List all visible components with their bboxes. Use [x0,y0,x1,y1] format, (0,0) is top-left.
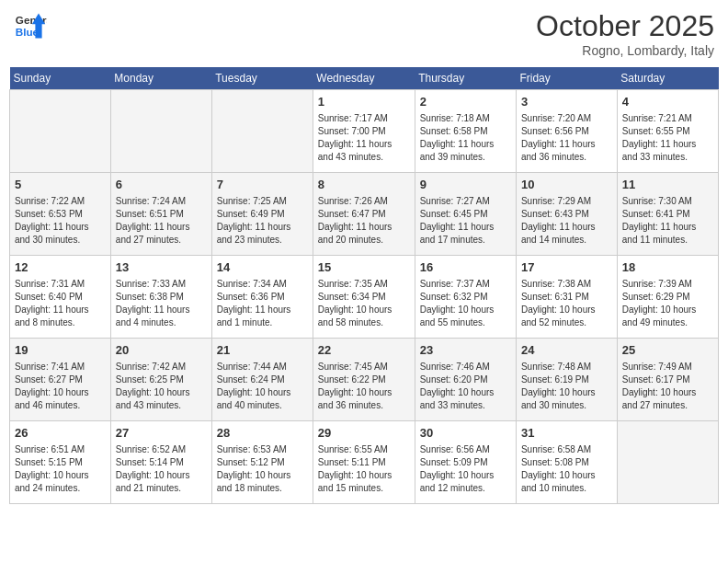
calendar-cell: 8Sunrise: 7:26 AMSunset: 6:47 PMDaylight… [313,173,415,256]
calendar-cell: 23Sunrise: 7:46 AMSunset: 6:20 PMDayligh… [415,339,516,421]
day-number: 28 [217,425,308,442]
logo-icon: General Blue [14,9,47,42]
weekday-header-row: SundayMondayTuesdayWednesdayThursdayFrid… [10,67,719,90]
day-info: Sunrise: 6:55 AMSunset: 5:11 PMDaylight:… [318,444,392,493]
day-info: Sunrise: 7:48 AMSunset: 6:19 PMDaylight:… [521,362,596,410]
week-row-5: 26Sunrise: 6:51 AMSunset: 5:15 PMDayligh… [10,421,719,504]
calendar-cell: 20Sunrise: 7:42 AMSunset: 6:25 PMDayligh… [110,339,211,421]
day-info: Sunrise: 7:25 AMSunset: 6:49 PMDaylight:… [217,196,291,245]
calendar-cell: 18Sunrise: 7:39 AMSunset: 6:29 PMDayligh… [617,256,718,339]
calendar-cell: 21Sunrise: 7:44 AMSunset: 6:24 PMDayligh… [211,339,313,421]
calendar-cell: 4Sunrise: 7:21 AMSunset: 6:55 PMDaylight… [617,90,718,173]
day-number: 23 [420,342,511,359]
day-info: Sunrise: 7:33 AMSunset: 6:38 PMDaylight:… [116,279,190,327]
day-info: Sunrise: 7:31 AMSunset: 6:40 PMDaylight:… [15,279,89,327]
week-row-3: 12Sunrise: 7:31 AMSunset: 6:40 PMDayligh… [10,256,719,339]
calendar-cell: 15Sunrise: 7:35 AMSunset: 6:34 PMDayligh… [313,256,415,339]
calendar-cell: 24Sunrise: 7:48 AMSunset: 6:19 PMDayligh… [516,339,617,421]
calendar-cell: 12Sunrise: 7:31 AMSunset: 6:40 PMDayligh… [10,256,111,339]
calendar-cell: 28Sunrise: 6:53 AMSunset: 5:12 PMDayligh… [211,421,313,504]
week-row-1: 1Sunrise: 7:17 AMSunset: 7:00 PMDaylight… [10,90,719,173]
calendar-cell: 6Sunrise: 7:24 AMSunset: 6:51 PMDaylight… [110,173,211,256]
day-number: 29 [318,425,410,442]
day-number: 27 [116,425,207,442]
day-number: 1 [318,94,410,110]
calendar-cell: 11Sunrise: 7:30 AMSunset: 6:41 PMDayligh… [617,173,718,256]
weekday-header-tuesday: Tuesday [211,67,313,90]
week-row-2: 5Sunrise: 7:22 AMSunset: 6:53 PMDaylight… [10,173,719,256]
day-number: 11 [622,177,713,193]
title-block: October 2025 Rogno, Lombardy, Italy [536,9,714,58]
weekday-header-monday: Monday [110,67,211,90]
day-info: Sunrise: 6:51 AMSunset: 5:15 PMDaylight:… [15,444,89,493]
weekday-header-wednesday: Wednesday [313,67,415,90]
week-row-4: 19Sunrise: 7:41 AMSunset: 6:27 PMDayligh… [10,339,719,421]
day-number: 9 [420,177,511,193]
weekday-header-sunday: Sunday [10,67,111,90]
calendar-cell [10,90,111,173]
day-number: 31 [521,425,612,442]
day-info: Sunrise: 7:34 AMSunset: 6:36 PMDaylight:… [217,279,291,327]
calendar-cell: 1Sunrise: 7:17 AMSunset: 7:00 PMDaylight… [313,90,415,173]
calendar-cell: 10Sunrise: 7:29 AMSunset: 6:43 PMDayligh… [516,173,617,256]
day-info: Sunrise: 7:24 AMSunset: 6:51 PMDaylight:… [116,196,190,245]
day-info: Sunrise: 7:42 AMSunset: 6:25 PMDaylight:… [116,362,190,410]
day-info: Sunrise: 6:58 AMSunset: 5:08 PMDaylight:… [521,444,596,493]
weekday-header-thursday: Thursday [415,67,516,90]
day-info: Sunrise: 6:56 AMSunset: 5:09 PMDaylight:… [420,444,495,493]
day-number: 19 [15,342,106,359]
day-number: 17 [521,259,612,276]
day-info: Sunrise: 7:22 AMSunset: 6:53 PMDaylight:… [15,196,89,245]
page-header: General Blue October 2025 Rogno, Lombard… [9,9,719,58]
day-number: 4 [622,94,713,110]
day-number: 3 [521,94,612,110]
location: Rogno, Lombardy, Italy [536,43,714,58]
day-number: 26 [15,425,106,442]
day-number: 24 [521,342,612,359]
calendar-cell: 31Sunrise: 6:58 AMSunset: 5:08 PMDayligh… [516,421,617,504]
day-number: 8 [318,177,410,193]
day-info: Sunrise: 7:35 AMSunset: 6:34 PMDaylight:… [318,279,392,327]
calendar-cell: 26Sunrise: 6:51 AMSunset: 5:15 PMDayligh… [10,421,111,504]
day-number: 5 [15,177,106,193]
month-title: October 2025 [536,9,714,43]
day-number: 20 [116,342,207,359]
calendar-cell [110,90,211,173]
calendar-cell: 19Sunrise: 7:41 AMSunset: 6:27 PMDayligh… [10,339,111,421]
day-info: Sunrise: 7:30 AMSunset: 6:41 PMDaylight:… [622,196,697,245]
day-info: Sunrise: 7:41 AMSunset: 6:27 PMDaylight:… [15,362,89,410]
calendar-cell [211,90,313,173]
day-info: Sunrise: 7:39 AMSunset: 6:29 PMDaylight:… [622,279,697,327]
day-number: 15 [318,259,410,276]
calendar-cell: 25Sunrise: 7:49 AMSunset: 6:17 PMDayligh… [617,339,718,421]
day-number: 2 [420,94,511,110]
day-info: Sunrise: 7:49 AMSunset: 6:17 PMDaylight:… [622,362,697,410]
day-info: Sunrise: 7:21 AMSunset: 6:55 PMDaylight:… [622,113,697,162]
calendar-cell: 27Sunrise: 6:52 AMSunset: 5:14 PMDayligh… [110,421,211,504]
calendar-cell: 30Sunrise: 6:56 AMSunset: 5:09 PMDayligh… [415,421,516,504]
calendar-cell: 22Sunrise: 7:45 AMSunset: 6:22 PMDayligh… [313,339,415,421]
day-info: Sunrise: 6:53 AMSunset: 5:12 PMDaylight:… [217,444,291,493]
calendar-cell: 17Sunrise: 7:38 AMSunset: 6:31 PMDayligh… [516,256,617,339]
day-number: 6 [116,177,207,193]
day-info: Sunrise: 7:29 AMSunset: 6:43 PMDaylight:… [521,196,596,245]
day-number: 22 [318,342,410,359]
day-info: Sunrise: 7:27 AMSunset: 6:45 PMDaylight:… [420,196,495,245]
day-number: 12 [15,259,106,276]
calendar-table: SundayMondayTuesdayWednesdayThursdayFrid… [9,67,719,504]
calendar-cell: 16Sunrise: 7:37 AMSunset: 6:32 PMDayligh… [415,256,516,339]
day-info: Sunrise: 7:45 AMSunset: 6:22 PMDaylight:… [318,362,392,410]
calendar-cell: 13Sunrise: 7:33 AMSunset: 6:38 PMDayligh… [110,256,211,339]
calendar-cell: 9Sunrise: 7:27 AMSunset: 6:45 PMDaylight… [415,173,516,256]
day-info: Sunrise: 7:37 AMSunset: 6:32 PMDaylight:… [420,279,495,327]
calendar-cell: 2Sunrise: 7:18 AMSunset: 6:58 PMDaylight… [415,90,516,173]
day-info: Sunrise: 7:18 AMSunset: 6:58 PMDaylight:… [420,113,495,162]
day-info: Sunrise: 6:52 AMSunset: 5:14 PMDaylight:… [116,444,190,493]
day-number: 10 [521,177,612,193]
day-number: 18 [622,259,713,276]
calendar-cell: 7Sunrise: 7:25 AMSunset: 6:49 PMDaylight… [211,173,313,256]
day-info: Sunrise: 7:17 AMSunset: 7:00 PMDaylight:… [318,113,392,162]
day-number: 16 [420,259,511,276]
day-number: 30 [420,425,511,442]
day-info: Sunrise: 7:38 AMSunset: 6:31 PMDaylight:… [521,279,596,327]
